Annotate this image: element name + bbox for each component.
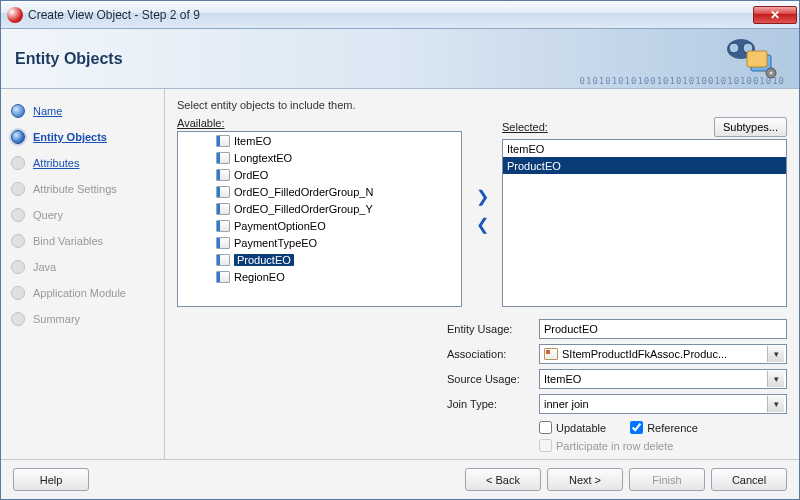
entity-icon <box>216 186 230 198</box>
step-bind-variables: Bind Variables <box>11 229 160 253</box>
shuttle: Available: ItemEOLongtextEOOrdEOOrdEO_Fi… <box>177 117 787 307</box>
available-label: Available: <box>177 117 462 129</box>
shuttle-buttons: ❯ ❮ <box>470 117 494 307</box>
tree-item[interactable]: OrdEO_FilledOrderGroup_N <box>178 183 461 200</box>
source-usage-value: ItemEO <box>544 373 581 385</box>
step-name[interactable]: Name <box>11 99 160 123</box>
header-band: Entity Objects 0101010101001010101001010… <box>1 29 799 89</box>
tree-item[interactable]: ProductEO <box>178 251 461 268</box>
usage-form: Entity Usage: Association: SItemProductI… <box>177 319 787 452</box>
updatable-text: Updatable <box>556 422 606 434</box>
tree-item-label: RegionEO <box>234 271 285 283</box>
svg-point-6 <box>770 72 773 75</box>
tree-item[interactable]: RegionEO <box>178 268 461 285</box>
participate-text: Participate in row delete <box>556 440 673 452</box>
entity-icon <box>216 169 230 181</box>
source-usage-label: Source Usage: <box>447 373 533 385</box>
footer: Help < Back Next > Finish Cancel <box>1 459 799 499</box>
entity-icon <box>216 220 230 232</box>
step-query: Query <box>11 203 160 227</box>
chevron-left-icon: ❮ <box>476 216 489 233</box>
step-attributes[interactable]: Attributes <box>11 151 160 175</box>
updatable-checkbox[interactable] <box>539 421 552 434</box>
step-java: Java <box>11 255 160 279</box>
entity-icon <box>216 237 230 249</box>
entity-icon <box>216 254 230 266</box>
step-bullet <box>11 234 25 248</box>
instruction-text: Select entity objects to include them. <box>177 99 787 111</box>
step-bullet <box>11 208 25 222</box>
list-item[interactable]: ProductEO <box>503 157 786 174</box>
remove-button[interactable]: ❮ <box>473 217 491 235</box>
window-title: Create View Object - Step 2 of 9 <box>28 8 753 22</box>
add-button[interactable]: ❯ <box>473 189 491 207</box>
available-panel: Available: ItemEOLongtextEOOrdEOOrdEO_Fi… <box>177 117 462 307</box>
tree-item[interactable]: OrdEO <box>178 166 461 183</box>
step-label[interactable]: Entity Objects <box>33 131 107 143</box>
selected-list[interactable]: ItemEOProductEO <box>502 139 787 307</box>
titlebar: Create View Object - Step 2 of 9 ✕ <box>1 1 799 29</box>
reference-checkbox[interactable] <box>630 421 643 434</box>
step-label[interactable]: Attributes <box>33 157 79 169</box>
subtypes-button[interactable]: Subtypes... <box>714 117 787 137</box>
tree-item-label: PaymentTypeEO <box>234 237 317 249</box>
step-label: Attribute Settings <box>33 183 117 195</box>
entity-icon <box>216 271 230 283</box>
tree-item-label: OrdEO <box>234 169 268 181</box>
entity-icon <box>216 203 230 215</box>
step-summary: Summary <box>11 307 160 331</box>
selected-label: Selected: <box>502 121 714 133</box>
step-bullet <box>11 130 25 144</box>
finish-button: Finish <box>629 468 705 491</box>
cancel-button[interactable]: Cancel <box>711 468 787 491</box>
step-label: Summary <box>33 313 80 325</box>
tree-item-label: OrdEO_FilledOrderGroup_Y <box>234 203 373 215</box>
tree-item[interactable]: LongtextEO <box>178 149 461 166</box>
tree-item-label: ItemEO <box>234 135 271 147</box>
entity-usage-label: Entity Usage: <box>447 323 533 335</box>
participate-checkbox <box>539 439 552 452</box>
tree-item-label: ProductEO <box>234 254 294 266</box>
step-bullet <box>11 104 25 118</box>
step-bullet <box>11 312 25 326</box>
close-button[interactable]: ✕ <box>753 6 797 24</box>
tree-item[interactable]: PaymentOptionEO <box>178 217 461 234</box>
step-label[interactable]: Name <box>33 105 62 117</box>
step-label: Bind Variables <box>33 235 103 247</box>
back-button[interactable]: < Back <box>465 468 541 491</box>
svg-point-1 <box>729 43 739 53</box>
entity-icon <box>216 152 230 164</box>
association-value: SItemProductIdFkAssoc.Produc... <box>562 348 727 360</box>
tree-item-label: LongtextEO <box>234 152 292 164</box>
step-bullet <box>11 182 25 196</box>
tree-item[interactable]: OrdEO_FilledOrderGroup_Y <box>178 200 461 217</box>
header-icon <box>721 35 779 79</box>
help-button[interactable]: Help <box>13 468 89 491</box>
reference-text: Reference <box>647 422 698 434</box>
step-label: Application Module <box>33 287 126 299</box>
reference-checkbox-label[interactable]: Reference <box>630 421 698 434</box>
updatable-checkbox-label[interactable]: Updatable <box>539 421 606 434</box>
step-attribute-settings: Attribute Settings <box>11 177 160 201</box>
step-application-module: Application Module <box>11 281 160 305</box>
step-sidebar: NameEntity ObjectsAttributesAttribute Se… <box>1 89 165 459</box>
app-icon <box>7 7 23 23</box>
join-type-value: inner join <box>544 398 589 410</box>
tree-item[interactable]: ItemEO <box>178 132 461 149</box>
tree-item[interactable]: PaymentTypeEO <box>178 234 461 251</box>
step-bullet <box>11 156 25 170</box>
step-bullet <box>11 260 25 274</box>
source-usage-combo[interactable]: ItemEO <box>539 369 787 389</box>
next-button[interactable]: Next > <box>547 468 623 491</box>
chevron-right-icon: ❯ <box>476 188 489 205</box>
wizard-window: Create View Object - Step 2 of 9 ✕ Entit… <box>0 0 800 500</box>
join-type-combo[interactable]: inner join <box>539 394 787 414</box>
tree-item-label: PaymentOptionEO <box>234 220 326 232</box>
wizard-body: NameEntity ObjectsAttributesAttribute Se… <box>1 89 799 459</box>
available-tree[interactable]: ItemEOLongtextEOOrdEOOrdEO_FilledOrderGr… <box>177 131 462 307</box>
list-item[interactable]: ItemEO <box>503 140 786 157</box>
association-combo[interactable]: SItemProductIdFkAssoc.Produc... <box>539 344 787 364</box>
entity-usage-input[interactable] <box>539 319 787 339</box>
association-icon <box>544 348 558 360</box>
step-entity-objects[interactable]: Entity Objects <box>11 125 160 149</box>
